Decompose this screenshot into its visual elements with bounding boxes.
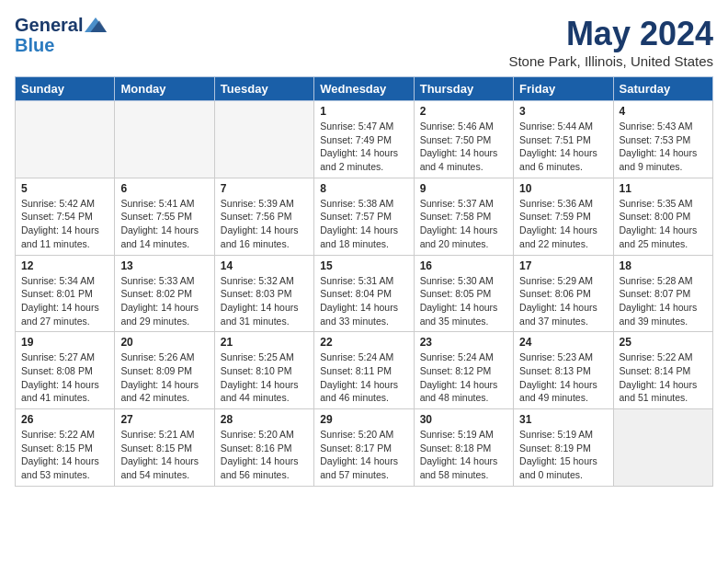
calendar-cell: 25Sunrise: 5:22 AM Sunset: 8:14 PM Dayli… xyxy=(613,332,712,409)
day-number: 17 xyxy=(519,259,607,272)
logo-blue: Blue xyxy=(15,35,54,55)
weekday-header-tuesday: Tuesday xyxy=(214,77,313,101)
day-number: 22 xyxy=(320,336,407,349)
calendar-cell: 12Sunrise: 5:34 AM Sunset: 8:01 PM Dayli… xyxy=(16,255,115,332)
calendar-cell: 18Sunrise: 5:28 AM Sunset: 8:07 PM Dayli… xyxy=(613,255,712,332)
calendar-cell: 26Sunrise: 5:22 AM Sunset: 8:15 PM Dayli… xyxy=(16,409,115,487)
calendar-cell: 22Sunrise: 5:24 AM Sunset: 8:11 PM Dayli… xyxy=(314,332,414,409)
day-number: 28 xyxy=(221,413,308,426)
calendar-cell: 5Sunrise: 5:42 AM Sunset: 7:54 PM Daylig… xyxy=(16,178,115,255)
week-row-5: 26Sunrise: 5:22 AM Sunset: 8:15 PM Dayli… xyxy=(16,409,713,487)
weekday-header-saturday: Saturday xyxy=(613,77,712,101)
week-row-2: 5Sunrise: 5:42 AM Sunset: 7:54 PM Daylig… xyxy=(16,178,713,255)
day-number: 14 xyxy=(221,259,308,272)
weekday-header-wednesday: Wednesday xyxy=(314,77,414,101)
header: General Blue May 2024 Stone Park, Illino… xyxy=(15,15,713,69)
day-content: Sunrise: 5:42 AM Sunset: 7:54 PM Dayligh… xyxy=(21,197,108,251)
calendar-cell: 14Sunrise: 5:32 AM Sunset: 8:03 PM Dayli… xyxy=(214,255,313,332)
weekday-header-row: SundayMondayTuesdayWednesdayThursdayFrid… xyxy=(16,77,713,101)
calendar-cell: 16Sunrise: 5:30 AM Sunset: 8:05 PM Dayli… xyxy=(414,255,513,332)
day-content: Sunrise: 5:24 AM Sunset: 8:12 PM Dayligh… xyxy=(420,350,507,405)
day-content: Sunrise: 5:20 AM Sunset: 8:16 PM Dayligh… xyxy=(221,428,308,482)
week-row-3: 12Sunrise: 5:34 AM Sunset: 8:01 PM Dayli… xyxy=(16,255,713,332)
calendar-cell: 11Sunrise: 5:35 AM Sunset: 8:00 PM Dayli… xyxy=(613,178,712,255)
day-content: Sunrise: 5:29 AM Sunset: 8:06 PM Dayligh… xyxy=(519,274,607,328)
weekday-header-friday: Friday xyxy=(514,77,613,101)
day-content: Sunrise: 5:22 AM Sunset: 8:15 PM Dayligh… xyxy=(21,428,108,482)
day-number: 20 xyxy=(120,336,208,349)
day-content: Sunrise: 5:44 AM Sunset: 7:51 PM Dayligh… xyxy=(519,120,607,174)
day-content: Sunrise: 5:30 AM Sunset: 8:05 PM Dayligh… xyxy=(420,274,507,328)
day-content: Sunrise: 5:31 AM Sunset: 8:04 PM Dayligh… xyxy=(320,274,407,328)
month-title: May 2024 xyxy=(508,15,713,53)
week-row-4: 19Sunrise: 5:27 AM Sunset: 8:08 PM Dayli… xyxy=(16,332,713,409)
calendar-cell: 2Sunrise: 5:46 AM Sunset: 7:50 PM Daylig… xyxy=(414,101,513,178)
day-number: 31 xyxy=(519,413,607,426)
calendar-cell: 31Sunrise: 5:19 AM Sunset: 8:19 PM Dayli… xyxy=(514,409,613,487)
day-number: 13 xyxy=(120,259,208,272)
calendar-cell: 19Sunrise: 5:27 AM Sunset: 8:08 PM Dayli… xyxy=(16,332,115,409)
calendar-cell: 3Sunrise: 5:44 AM Sunset: 7:51 PM Daylig… xyxy=(514,101,613,178)
calendar-cell: 6Sunrise: 5:41 AM Sunset: 7:55 PM Daylig… xyxy=(115,178,214,255)
day-number: 11 xyxy=(620,182,707,195)
day-number: 12 xyxy=(21,259,108,272)
title-area: May 2024 Stone Park, Illinois, United St… xyxy=(508,15,713,69)
day-number: 6 xyxy=(120,182,208,195)
day-number: 5 xyxy=(21,182,108,195)
logo-general: General xyxy=(15,15,83,35)
calendar-cell: 17Sunrise: 5:29 AM Sunset: 8:06 PM Dayli… xyxy=(514,255,613,332)
day-content: Sunrise: 5:28 AM Sunset: 8:07 PM Dayligh… xyxy=(620,274,707,328)
day-content: Sunrise: 5:32 AM Sunset: 8:03 PM Dayligh… xyxy=(221,274,308,328)
day-content: Sunrise: 5:39 AM Sunset: 7:56 PM Dayligh… xyxy=(221,197,308,251)
day-number: 19 xyxy=(21,336,108,349)
day-content: Sunrise: 5:41 AM Sunset: 7:55 PM Dayligh… xyxy=(120,197,208,251)
day-number: 26 xyxy=(21,413,108,426)
day-content: Sunrise: 5:33 AM Sunset: 8:02 PM Dayligh… xyxy=(120,274,208,328)
day-number: 2 xyxy=(420,105,507,118)
day-content: Sunrise: 5:43 AM Sunset: 7:53 PM Dayligh… xyxy=(620,120,707,174)
calendar-cell: 20Sunrise: 5:26 AM Sunset: 8:09 PM Dayli… xyxy=(115,332,214,409)
day-number: 30 xyxy=(420,413,507,426)
calendar-cell xyxy=(115,101,214,178)
day-number: 23 xyxy=(420,336,507,349)
day-content: Sunrise: 5:36 AM Sunset: 7:59 PM Dayligh… xyxy=(519,197,607,251)
day-number: 10 xyxy=(519,182,607,195)
day-content: Sunrise: 5:20 AM Sunset: 8:17 PM Dayligh… xyxy=(320,428,407,482)
day-number: 21 xyxy=(221,336,308,349)
day-content: Sunrise: 5:19 AM Sunset: 8:19 PM Dayligh… xyxy=(519,428,607,482)
day-number: 4 xyxy=(620,105,707,118)
day-number: 3 xyxy=(519,105,607,118)
calendar-cell: 10Sunrise: 5:36 AM Sunset: 7:59 PM Dayli… xyxy=(514,178,613,255)
calendar-cell: 24Sunrise: 5:23 AM Sunset: 8:13 PM Dayli… xyxy=(514,332,613,409)
logo-icon xyxy=(85,17,107,32)
day-content: Sunrise: 5:26 AM Sunset: 8:09 PM Dayligh… xyxy=(120,350,208,405)
day-number: 16 xyxy=(420,259,507,272)
day-number: 25 xyxy=(620,336,707,349)
calendar-cell: 30Sunrise: 5:19 AM Sunset: 8:18 PM Dayli… xyxy=(414,409,513,487)
calendar-cell: 9Sunrise: 5:37 AM Sunset: 7:58 PM Daylig… xyxy=(414,178,513,255)
calendar-cell: 1Sunrise: 5:47 AM Sunset: 7:49 PM Daylig… xyxy=(314,101,414,178)
day-content: Sunrise: 5:21 AM Sunset: 8:15 PM Dayligh… xyxy=(120,428,208,482)
calendar-cell: 23Sunrise: 5:24 AM Sunset: 8:12 PM Dayli… xyxy=(414,332,513,409)
day-number: 24 xyxy=(519,336,607,349)
calendar-table: SundayMondayTuesdayWednesdayThursdayFrid… xyxy=(15,76,713,487)
day-number: 15 xyxy=(320,259,407,272)
weekday-header-sunday: Sunday xyxy=(16,77,115,101)
calendar-cell: 29Sunrise: 5:20 AM Sunset: 8:17 PM Dayli… xyxy=(314,409,414,487)
calendar-cell xyxy=(613,409,712,487)
calendar-cell: 15Sunrise: 5:31 AM Sunset: 8:04 PM Dayli… xyxy=(314,255,414,332)
calendar-cell: 8Sunrise: 5:38 AM Sunset: 7:57 PM Daylig… xyxy=(314,178,414,255)
calendar-cell: 4Sunrise: 5:43 AM Sunset: 7:53 PM Daylig… xyxy=(613,101,712,178)
week-row-1: 1Sunrise: 5:47 AM Sunset: 7:49 PM Daylig… xyxy=(16,101,713,178)
day-content: Sunrise: 5:19 AM Sunset: 8:18 PM Dayligh… xyxy=(420,428,507,482)
day-content: Sunrise: 5:47 AM Sunset: 7:49 PM Dayligh… xyxy=(320,120,407,174)
calendar-cell: 27Sunrise: 5:21 AM Sunset: 8:15 PM Dayli… xyxy=(115,409,214,487)
day-content: Sunrise: 5:27 AM Sunset: 8:08 PM Dayligh… xyxy=(21,350,108,405)
calendar-cell: 13Sunrise: 5:33 AM Sunset: 8:02 PM Dayli… xyxy=(115,255,214,332)
calendar-cell xyxy=(214,101,313,178)
weekday-header-monday: Monday xyxy=(115,77,214,101)
day-number: 1 xyxy=(320,105,407,118)
day-content: Sunrise: 5:24 AM Sunset: 8:11 PM Dayligh… xyxy=(320,350,407,405)
weekday-header-thursday: Thursday xyxy=(414,77,513,101)
day-content: Sunrise: 5:22 AM Sunset: 8:14 PM Dayligh… xyxy=(620,350,707,405)
